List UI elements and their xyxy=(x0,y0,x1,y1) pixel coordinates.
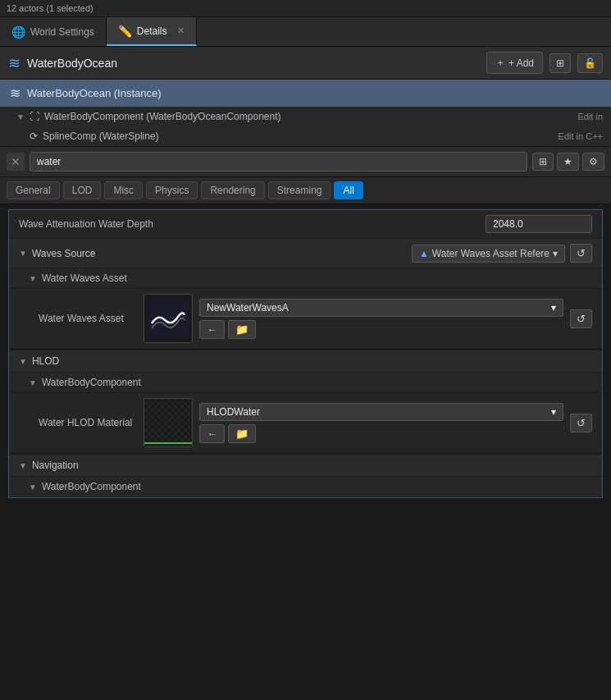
grid-view-button[interactable]: ⊞ xyxy=(549,53,571,73)
navigation-waterbody-arrow: ▼ xyxy=(29,483,37,492)
component-tree: ▼ ⛶ WaterBodyComponent (WaterBodyOceanCo… xyxy=(0,107,611,147)
filter-tab-misc[interactable]: Misc xyxy=(104,181,143,199)
water-waves-asset-label: Water Waves Asset xyxy=(39,313,137,324)
hlod-label: HLOD xyxy=(32,355,59,367)
edit-in-link-1[interactable]: Edit in xyxy=(577,112,603,121)
waves-source-section[interactable]: ▼ Waves Source ▲ Water Waves Asset Refer… xyxy=(9,239,602,268)
grid-icon: ⊞ xyxy=(556,57,564,69)
waves-source-dropdown[interactable]: ▲ Water Waves Asset Refere ▾ xyxy=(412,245,565,263)
filter-tab-general[interactable]: General xyxy=(7,181,60,199)
hlod-arrow: ▼ xyxy=(19,357,27,366)
edit-in-cpp-link[interactable]: Edit in C++ xyxy=(559,131,603,141)
water-waves-asset-controls: NewWaterWavesA ▾ ← 📁 xyxy=(199,299,563,339)
hlod-section[interactable]: ▼ HLOD xyxy=(9,350,602,373)
header-row: ≋ WaterBodyOcean ＋ + Add ⊞ 🔓 xyxy=(0,47,611,80)
actor-count-label: 12 actors (1 selected) xyxy=(7,3,93,13)
lock-icon: 🔓 xyxy=(584,57,596,69)
water-waves-use-button[interactable]: ← xyxy=(199,320,225,339)
water-body-ocean-icon: ≋ xyxy=(8,54,21,72)
hlod-use-button[interactable]: ← xyxy=(199,424,225,443)
water-waves-asset-row: Water Waves Asset NewWaterWavesA ▾ xyxy=(9,289,602,349)
water-waves-asset-reset-button[interactable]: ↺ xyxy=(570,309,592,328)
filter-tab-all[interactable]: All xyxy=(334,181,362,199)
navigation-waterbody-section[interactable]: ▼ WaterBodyComponent xyxy=(9,477,602,497)
water-waves-asset-thumb xyxy=(144,294,193,343)
instance-label: WaterBodyOcean (Instance) xyxy=(27,87,162,99)
tree-component-icon-1: ⛶ xyxy=(30,111,39,122)
edit-icon: ✏️ xyxy=(118,25,132,38)
header-title: WaterBodyOcean xyxy=(27,57,480,70)
water-hlod-material-label: Water HLOD Material xyxy=(39,417,137,428)
filter-tab-streaming[interactable]: Streaming xyxy=(268,181,331,199)
tree-item-splinecomp[interactable]: ⟳ SplineComp (WaterSpline) Edit in C++ xyxy=(0,126,611,146)
properties-container: Wave Attenuation Water Depth ▼ Waves Sou… xyxy=(8,209,603,498)
add-button[interactable]: ＋ + Add xyxy=(486,52,543,74)
water-waves-asset-dropdown-label: NewWaterWavesA xyxy=(207,302,289,313)
waterbody-component-label: WaterBodyComponent xyxy=(42,377,141,388)
waves-source-chevron-icon: ▾ xyxy=(553,248,558,259)
tab-close-button[interactable]: ✕ xyxy=(177,25,185,36)
settings-button[interactable]: ⚙ xyxy=(582,153,604,171)
hlod-material-actions: ← 📁 xyxy=(199,424,563,443)
waterbody-component-section[interactable]: ▼ WaterBodyComponent xyxy=(9,373,602,393)
tree-arrow-1: ▼ xyxy=(16,112,25,121)
filter-tab-physics[interactable]: Physics xyxy=(146,181,198,199)
tree-spline-icon: ⟳ xyxy=(30,130,38,142)
navigation-section[interactable]: ▼ Navigation xyxy=(9,455,602,477)
add-label: + Add xyxy=(508,57,534,69)
tab-details[interactable]: ✏️ Details ✕ xyxy=(107,17,197,46)
top-bar: 12 actors (1 selected) xyxy=(0,0,611,17)
waterbody-component-arrow: ▼ xyxy=(29,378,37,387)
filter-tabs: General LOD Misc Physics Rendering Strea… xyxy=(0,177,611,204)
wave-attenuation-input[interactable] xyxy=(486,215,592,233)
tab-world-settings[interactable]: 🌐 World Settings xyxy=(0,17,107,46)
water-waves-asset-section-label: Water Waves Asset xyxy=(42,272,127,284)
waves-source-dropdown-label: Water Waves Asset Refere xyxy=(432,248,549,259)
hlod-material-reset-button[interactable]: ↺ xyxy=(570,414,592,432)
add-plus-icon: ＋ xyxy=(495,56,505,70)
navigation-label: Navigation xyxy=(32,460,79,471)
main-content: ≋ WaterBodyOcean ＋ + Add ⊞ 🔓 ≋ WaterBody… xyxy=(0,47,611,668)
tree-item-label-2: SplineComp (WaterSpline) xyxy=(43,130,159,142)
water-waves-browse-button[interactable]: 📁 xyxy=(228,320,256,339)
water-waves-asset-arrow: ▼ xyxy=(29,274,37,283)
search-actions: ⊞ ★ ⚙ xyxy=(532,153,604,171)
water-waves-asset-section[interactable]: ▼ Water Waves Asset xyxy=(9,268,602,289)
tree-item-label-1: WaterBodyComponent (WaterBodyOceanCompon… xyxy=(44,111,281,122)
waves-source-label: Waves Source xyxy=(32,248,96,259)
favorites-button[interactable]: ★ xyxy=(557,153,579,171)
instance-wave-icon: ≋ xyxy=(10,85,21,101)
instance-row[interactable]: ≋ WaterBodyOcean (Instance) xyxy=(0,80,611,107)
water-waves-svg xyxy=(148,299,188,338)
tab-details-label: Details xyxy=(137,25,167,37)
water-hlod-material-row: Water HLOD Material HLODWater ▾ ← 📁 xyxy=(9,393,602,453)
filter-tab-rendering[interactable]: Rendering xyxy=(201,181,264,199)
search-bar: ✕ ⊞ ★ ⚙ xyxy=(0,147,611,177)
waves-source-reset-button[interactable]: ↺ xyxy=(570,244,592,263)
waves-source-wave-icon: ▲ xyxy=(419,248,429,259)
filter-tab-lod[interactable]: LOD xyxy=(63,181,102,199)
wave-attenuation-row: Wave Attenuation Water Depth xyxy=(9,210,602,239)
hlod-material-dropdown[interactable]: HLODWater ▾ xyxy=(199,403,563,421)
water-waves-asset-dropdown[interactable]: NewWaterWavesA ▾ xyxy=(199,299,563,317)
hlod-material-controls: HLODWater ▾ ← 📁 xyxy=(199,403,563,443)
scroll-area[interactable]: Wave Attenuation Water Depth ▼ Waves Sou… xyxy=(0,204,611,668)
search-input[interactable] xyxy=(30,152,527,172)
waves-source-arrow: ▼ xyxy=(19,249,27,258)
hlod-browse-button[interactable]: 📁 xyxy=(228,424,256,443)
hlod-grid-pattern xyxy=(144,399,192,446)
world-icon: 🌐 xyxy=(11,25,25,39)
hlod-material-chevron-icon: ▾ xyxy=(551,406,556,418)
lock-button[interactable]: 🔓 xyxy=(577,53,603,73)
water-waves-asset-actions: ← 📁 xyxy=(199,320,563,339)
search-clear-button[interactable]: ✕ xyxy=(7,153,25,171)
tab-world-settings-label: World Settings xyxy=(30,26,94,38)
tree-item-waterbodycomponent[interactable]: ▼ ⛶ WaterBodyComponent (WaterBodyOceanCo… xyxy=(0,107,611,126)
tab-bar: 🌐 World Settings ✏️ Details ✕ xyxy=(0,17,611,47)
water-hlod-material-thumb xyxy=(144,398,193,447)
columns-button[interactable]: ⊞ xyxy=(532,153,554,171)
navigation-waterbody-label: WaterBodyComponent xyxy=(42,481,141,492)
hlod-material-dropdown-label: HLODWater xyxy=(207,406,260,418)
water-waves-dropdown-chevron: ▾ xyxy=(551,302,556,313)
wave-attenuation-label: Wave Attenuation Water Depth xyxy=(19,218,479,230)
